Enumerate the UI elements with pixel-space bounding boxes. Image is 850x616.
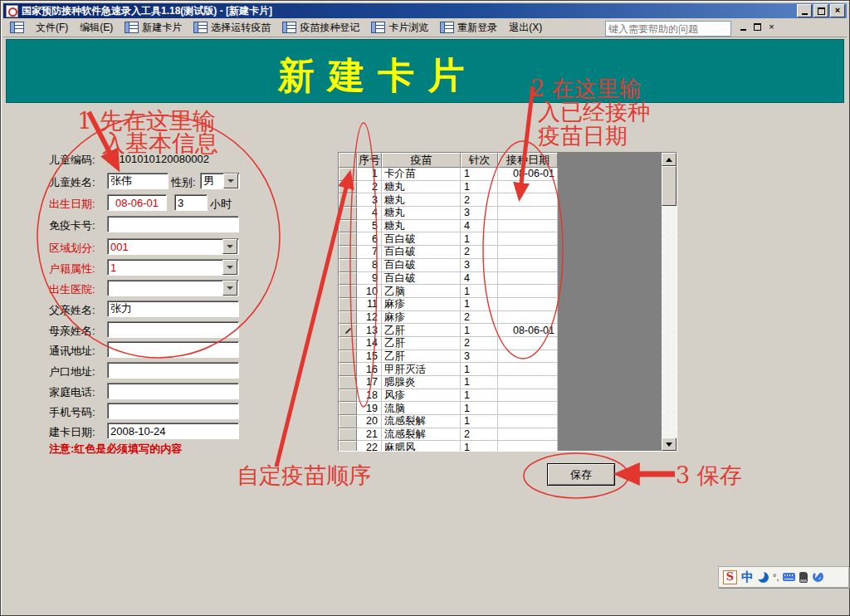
- household-address-input[interactable]: [107, 362, 239, 379]
- menu-new-card[interactable]: 新建卡片: [125, 21, 182, 35]
- mdi-minimize-button[interactable]: [737, 22, 750, 32]
- cell-seq[interactable]: 10: [357, 285, 382, 298]
- cell-vaccine[interactable]: 腮腺炎: [382, 376, 461, 389]
- cell-seq[interactable]: 14: [357, 337, 382, 350]
- cell-dose[interactable]: 1: [461, 232, 498, 246]
- row-selector[interactable]: [339, 415, 357, 428]
- minimize-button[interactable]: [797, 4, 812, 17]
- region-select[interactable]: 001: [107, 238, 239, 255]
- row-selector[interactable]: [339, 232, 357, 246]
- child-name-input[interactable]: [107, 173, 169, 189]
- row-selector[interactable]: [339, 193, 357, 207]
- row-selector[interactable]: [339, 428, 357, 442]
- menu-card-browse[interactable]: 卡片浏览: [371, 21, 428, 35]
- settings-wrench-icon[interactable]: [812, 571, 823, 583]
- cell-dose[interactable]: 2: [461, 428, 498, 442]
- cell-vaccine[interactable]: 百白破: [382, 232, 461, 246]
- app-icon[interactable]: [6, 5, 18, 17]
- chinese-mode-icon[interactable]: 中: [741, 570, 754, 585]
- row-selector[interactable]: [339, 246, 357, 259]
- cell-date[interactable]: [498, 363, 558, 376]
- father-input[interactable]: [107, 301, 239, 317]
- cell-date[interactable]: [498, 259, 558, 272]
- cell-seq[interactable]: 18: [357, 389, 382, 403]
- save-button[interactable]: 保存: [547, 463, 615, 486]
- cell-date[interactable]: [498, 402, 558, 415]
- cell-vaccine[interactable]: 流脑: [382, 402, 461, 415]
- cell-seq[interactable]: 21: [357, 428, 382, 442]
- cell-date[interactable]: [498, 337, 558, 350]
- cell-date[interactable]: [498, 232, 558, 246]
- header-dose[interactable]: 针次: [461, 153, 498, 168]
- cell-date[interactable]: [498, 376, 558, 389]
- header-vaccine[interactable]: 疫苗: [382, 153, 461, 168]
- mobile-phone-input[interactable]: [107, 403, 239, 419]
- row-selector[interactable]: [339, 441, 357, 452]
- cell-date[interactable]: [498, 246, 558, 259]
- fullwidth-moon-icon[interactable]: [758, 572, 769, 583]
- row-selector[interactable]: [339, 311, 357, 325]
- cell-date[interactable]: [498, 220, 558, 233]
- chevron-down-icon[interactable]: [223, 174, 238, 188]
- cell-seq[interactable]: 12: [357, 311, 382, 325]
- cell-dose[interactable]: 4: [461, 220, 498, 233]
- cell-vaccine[interactable]: 糖丸: [382, 207, 461, 220]
- chevron-down-icon[interactable]: [222, 281, 237, 296]
- mdi-restore-button[interactable]: [751, 22, 764, 32]
- cell-date[interactable]: [498, 207, 558, 220]
- cell-dose[interactable]: 2: [461, 311, 498, 325]
- ink-tool-icon[interactable]: [799, 572, 808, 583]
- cell-seq[interactable]: 5: [357, 220, 382, 233]
- cell-vaccine[interactable]: 麻腮风: [382, 441, 461, 452]
- cell-vaccine[interactable]: 流感裂解: [382, 428, 461, 442]
- punctuation-icon[interactable]: °,: [773, 572, 779, 582]
- mdi-close-button[interactable]: ×: [765, 22, 778, 32]
- cell-seq[interactable]: 15: [357, 350, 382, 364]
- cell-vaccine[interactable]: 乙肝: [382, 350, 461, 364]
- cell-date[interactable]: [498, 415, 558, 428]
- row-selector[interactable]: [339, 402, 357, 415]
- sogou-icon[interactable]: S: [723, 570, 737, 584]
- menu-vaccination-register[interactable]: 疫苗接种登记: [282, 21, 359, 35]
- cell-date[interactable]: 08-06-01: [498, 168, 558, 181]
- scroll-up-button[interactable]: [662, 153, 677, 166]
- cell-date[interactable]: [498, 193, 558, 207]
- cell-seq[interactable]: 3: [357, 193, 382, 207]
- menu-relogin[interactable]: 重新登录: [440, 21, 497, 35]
- menu-exit[interactable]: 退出(X): [509, 21, 542, 35]
- cell-dose[interactable]: 1: [461, 376, 498, 389]
- restore-button[interactable]: [813, 4, 828, 17]
- cell-seq[interactable]: 20: [357, 415, 382, 428]
- cell-dose[interactable]: 2: [461, 337, 498, 350]
- cell-seq[interactable]: 16: [357, 363, 382, 376]
- cell-date[interactable]: [498, 272, 558, 286]
- row-selector[interactable]: [339, 337, 357, 350]
- scroll-thumb[interactable]: [662, 166, 677, 206]
- cell-date[interactable]: [498, 311, 558, 325]
- birth-hour-input[interactable]: [174, 194, 208, 211]
- cell-dose[interactable]: 1: [461, 324, 498, 337]
- scroll-down-button[interactable]: [662, 438, 677, 451]
- cell-date[interactable]: [498, 181, 558, 194]
- cell-vaccine[interactable]: 百白破: [382, 246, 461, 259]
- cell-dose[interactable]: 1: [461, 441, 498, 452]
- cell-seq[interactable]: 6: [357, 232, 382, 246]
- cell-vaccine[interactable]: 乙肝: [382, 324, 461, 337]
- cell-vaccine[interactable]: 麻疹: [382, 311, 461, 325]
- cell-date[interactable]: 08-06-01: [498, 324, 558, 337]
- cell-vaccine[interactable]: 糖丸: [382, 220, 461, 233]
- header-date[interactable]: 接种日期: [498, 153, 558, 168]
- card-date-input[interactable]: [107, 423, 239, 439]
- cell-vaccine[interactable]: 糖丸: [382, 181, 461, 194]
- cell-dose[interactable]: 1: [461, 402, 498, 415]
- cell-dose[interactable]: 1: [461, 181, 498, 194]
- cell-vaccine[interactable]: 流感裂解: [382, 415, 461, 428]
- mother-input[interactable]: [107, 321, 239, 338]
- cell-seq[interactable]: 2: [357, 181, 382, 194]
- menu-file[interactable]: 文件(F): [36, 21, 68, 35]
- immune-card-input[interactable]: [107, 216, 239, 232]
- row-selector[interactable]: [339, 298, 357, 311]
- mailing-address-input[interactable]: [107, 341, 239, 358]
- cell-dose[interactable]: 1: [461, 168, 498, 181]
- cell-vaccine[interactable]: 风疹: [382, 389, 461, 403]
